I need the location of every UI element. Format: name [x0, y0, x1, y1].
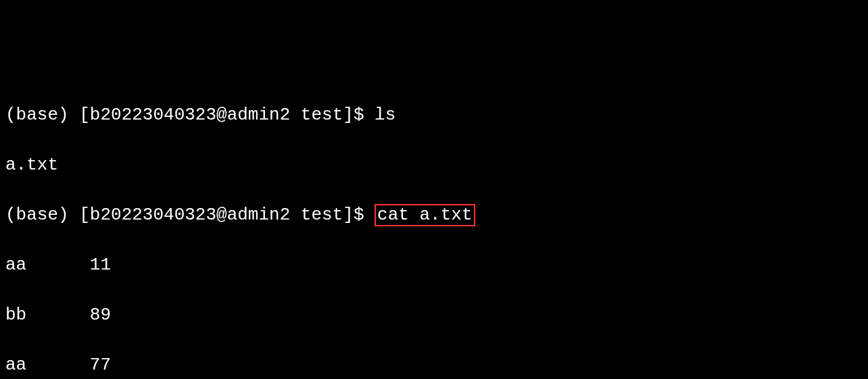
- terminal-line: (base) [b20223040323@admin2 test]$ ls: [5, 103, 863, 128]
- prompt: (base) [b20223040323@admin2 test]$: [5, 205, 375, 225]
- prompt: (base) [b20223040323@admin2 test]$: [5, 105, 375, 125]
- cat-output-row: aa 77: [5, 353, 863, 378]
- col2: 89: [90, 305, 111, 325]
- command-ls: ls: [375, 105, 395, 125]
- col1: bb: [5, 305, 26, 325]
- col2: 77: [90, 355, 111, 375]
- terminal-line: (base) [b20223040323@admin2 test]$ cat a…: [5, 203, 863, 228]
- command-cat-highlighted: cat a.txt: [375, 204, 475, 226]
- col1: aa: [5, 255, 26, 275]
- col2: 11: [90, 255, 111, 275]
- output-line: a.txt: [5, 153, 863, 178]
- col1: aa: [5, 355, 26, 375]
- cat-output-row: aa 11: [5, 253, 863, 278]
- cat-output-row: bb 89: [5, 303, 863, 328]
